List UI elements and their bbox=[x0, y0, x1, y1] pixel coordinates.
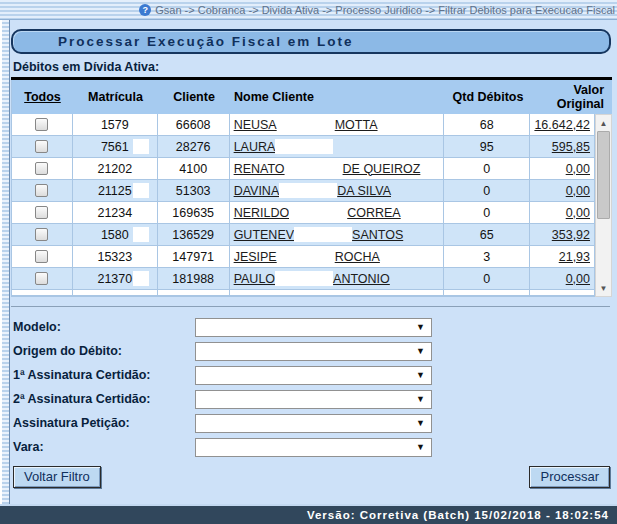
cliente-cell: 66608 bbox=[158, 114, 230, 136]
cliente-cell: 4100 bbox=[158, 158, 230, 180]
row-checkbox[interactable] bbox=[35, 140, 48, 153]
nome-cliente-cell: NEUSAMOTTA bbox=[230, 114, 445, 136]
processar-button[interactable]: Processar bbox=[529, 466, 610, 488]
chevron-down-icon: ▼ bbox=[416, 346, 425, 356]
nome-cliente-link[interactable]: DAVINA bbox=[234, 184, 280, 198]
cliente-cell: 147971 bbox=[158, 246, 230, 268]
modelo-select[interactable]: ▼ bbox=[195, 318, 432, 337]
nome-cliente-link[interactable]: JESIPE bbox=[234, 250, 277, 264]
row-checkbox[interactable] bbox=[35, 206, 48, 219]
valor-original-cell: 0,00 bbox=[530, 180, 595, 202]
valor-original-link[interactable]: 16.642,42 bbox=[534, 118, 590, 132]
checkbox-cell bbox=[11, 180, 73, 202]
nome-cliente-link[interactable]: CORREA bbox=[347, 206, 400, 220]
page-title: Processar Execução Fiscal em Lote bbox=[58, 34, 354, 49]
row-checkbox[interactable] bbox=[35, 250, 48, 263]
assinatura1-select[interactable]: ▼ bbox=[195, 366, 432, 385]
assinatura-peticao-label: Assinatura Petição: bbox=[13, 416, 195, 430]
checkbox-cell bbox=[11, 158, 73, 180]
redaction-box bbox=[133, 183, 149, 198]
header-qtd-debitos: Qtd Débitos bbox=[445, 80, 531, 114]
version-text: Versão: Corretiva (Batch) 15/02/2018 - 1… bbox=[307, 509, 609, 521]
nome-cliente-link[interactable]: DA SILVA bbox=[337, 184, 391, 198]
origem-debito-label: Origem do Débito: bbox=[13, 344, 195, 358]
left-striped-edge bbox=[0, 20, 10, 504]
nome-cliente-link[interactable]: NEUSA bbox=[234, 118, 277, 132]
nome-cliente-link[interactable]: SANTOS bbox=[352, 228, 403, 242]
table-row: 212024100RENATODE QUEIROZ00,00 bbox=[11, 158, 612, 180]
help-icon[interactable]: ? bbox=[139, 4, 151, 16]
redaction-box bbox=[289, 205, 347, 220]
nome-cliente-cell: DAVINADA SILVA bbox=[230, 180, 445, 202]
section-label: Débitos em Dívida Ativa: bbox=[13, 60, 612, 74]
vara-select[interactable]: ▼ bbox=[195, 438, 432, 457]
matricula-cell: 15323 bbox=[73, 246, 158, 268]
header-cliente: Cliente bbox=[158, 80, 230, 114]
qtd-debitos-cell: 68 bbox=[444, 114, 530, 136]
row-checkbox[interactable] bbox=[35, 162, 48, 175]
valor-original-cell: 21,93 bbox=[530, 246, 595, 268]
cliente-cell: 51303 bbox=[158, 180, 230, 202]
header-nome-cliente: Nome Cliente bbox=[230, 80, 445, 114]
form-row-origem-debito: Origem do Débito: ▼ bbox=[11, 339, 612, 363]
checkbox-cell bbox=[11, 114, 73, 136]
valor-original-link[interactable]: 595,85 bbox=[552, 140, 590, 154]
nome-cliente-link[interactable]: DE QUEIROZ bbox=[343, 162, 421, 176]
valor-original-link[interactable]: 353,92 bbox=[552, 228, 590, 242]
header-matricula: Matrícula bbox=[73, 80, 158, 114]
assinatura1-label: 1ª Assinatura Certidão: bbox=[13, 368, 195, 382]
nome-cliente-cell: JESIPEROCHA bbox=[230, 246, 445, 268]
nome-cliente-link[interactable]: RENATO bbox=[234, 162, 285, 176]
cliente-cell: 136529 bbox=[158, 224, 230, 246]
valor-original-link[interactable]: 21,93 bbox=[559, 250, 590, 264]
nome-cliente-link[interactable]: GUTENEV bbox=[234, 228, 294, 242]
origem-debito-select[interactable]: ▼ bbox=[195, 342, 432, 361]
nome-cliente-cell: LAURA bbox=[230, 136, 445, 158]
chevron-down-icon: ▼ bbox=[416, 442, 425, 452]
qtd-debitos-cell: 0 bbox=[444, 268, 530, 290]
valor-original-link[interactable]: 0,00 bbox=[566, 184, 590, 198]
matricula-cell: 21370 bbox=[73, 268, 158, 290]
valor-original-link[interactable]: 0,00 bbox=[566, 162, 590, 176]
nome-cliente-link[interactable]: LAURA bbox=[234, 140, 276, 154]
voltar-filtro-button[interactable]: Voltar Filtro bbox=[13, 466, 101, 488]
valor-original-link[interactable]: 0,00 bbox=[566, 206, 590, 220]
scroll-down-icon[interactable]: ▼ bbox=[596, 280, 611, 296]
assinatura2-select[interactable]: ▼ bbox=[195, 390, 432, 409]
row-checkbox[interactable] bbox=[35, 228, 48, 241]
valor-original-cell: 16.642,42 bbox=[530, 114, 595, 136]
table-body: 157966608NEUSAMOTTA6816.642,42756128276L… bbox=[11, 114, 612, 297]
nome-cliente-link[interactable]: ROCHA bbox=[335, 250, 380, 264]
vara-label: Vara: bbox=[13, 440, 195, 454]
redaction-box bbox=[277, 249, 335, 264]
breadcrumb-bar: ? Gsan -> Cobranca -> Divida Ativa -> Pr… bbox=[0, 0, 617, 20]
qtd-debitos-cell: 0 bbox=[444, 202, 530, 224]
form-row-1a-assinatura: 1ª Assinatura Certidão: ▼ bbox=[11, 363, 612, 387]
form-row-2a-assinatura: 2ª Assinatura Certidão: ▼ bbox=[11, 387, 612, 411]
nome-cliente-link[interactable]: NERILDO bbox=[234, 206, 290, 220]
row-checkbox[interactable] bbox=[35, 118, 48, 131]
valor-original-cell: 0,00 bbox=[530, 268, 595, 290]
assinatura2-label: 2ª Assinatura Certidão: bbox=[13, 392, 195, 406]
row-checkbox[interactable] bbox=[35, 272, 48, 285]
debitos-table: Todos Matrícula Cliente Nome Cliente Qtd… bbox=[11, 77, 612, 297]
qtd-debitos-cell: 65 bbox=[444, 224, 530, 246]
table-scrollbar[interactable]: ▲ ▼ bbox=[595, 114, 612, 297]
select-all-link[interactable]: Todos bbox=[24, 90, 61, 104]
main-panel: Processar Execução Fiscal em Lote Débito… bbox=[0, 20, 617, 504]
nome-cliente-link[interactable]: MOTTA bbox=[335, 118, 378, 132]
checkbox-cell bbox=[11, 136, 73, 158]
scrollbar-thumb[interactable] bbox=[597, 131, 610, 219]
assinatura-peticao-select[interactable]: ▼ bbox=[195, 414, 432, 433]
row-checkbox[interactable] bbox=[35, 184, 48, 197]
modelo-label: Modelo: bbox=[13, 320, 195, 334]
matricula-cell: 1579 bbox=[73, 114, 158, 136]
table-row: 21234169635NERILDOCORREA00,00 bbox=[11, 202, 612, 224]
redaction-box bbox=[294, 227, 352, 242]
valor-original-link[interactable]: 0,00 bbox=[566, 272, 590, 286]
scroll-up-icon[interactable]: ▲ bbox=[596, 115, 611, 131]
nome-cliente-link[interactable]: ANTONIO bbox=[333, 272, 390, 286]
nome-cliente-cell: RENATODE QUEIROZ bbox=[230, 158, 445, 180]
nome-cliente-link[interactable]: PAULO bbox=[234, 272, 275, 286]
cliente-cell: 169635 bbox=[158, 202, 230, 224]
